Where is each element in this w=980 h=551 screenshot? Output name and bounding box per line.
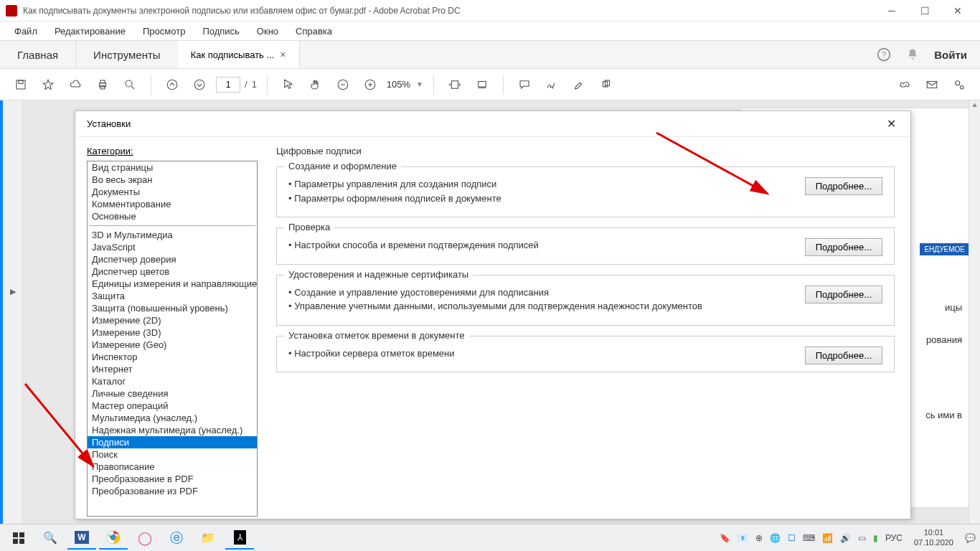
category-item[interactable]: Мультимедиа (унаслед.) <box>88 412 257 424</box>
zoom-out-icon[interactable] <box>332 74 354 95</box>
explorer-icon[interactable]: 📁 <box>194 527 222 550</box>
tray-icon[interactable]: 🌐 <box>770 533 781 543</box>
more-button[interactable]: Подробнее... <box>805 347 882 364</box>
tab-document[interactable]: Как подписывать ... × <box>178 41 300 68</box>
category-item[interactable]: Измерение (2D) <box>88 314 257 326</box>
tray-icon[interactable]: 🔖 <box>720 533 730 543</box>
category-item[interactable]: Интернет <box>88 363 257 375</box>
category-item[interactable]: Комментирование <box>88 198 257 210</box>
notifications-icon[interactable]: 💬 <box>965 533 976 543</box>
category-item[interactable]: Надежная мультимедиа (унаслед.) <box>88 424 257 436</box>
category-item[interactable]: Подписи <box>88 436 257 448</box>
scrollbar[interactable]: ▲ <box>969 100 980 524</box>
tab-close-icon[interactable]: × <box>280 49 286 60</box>
categories-list[interactable]: Вид страницыВо весь экранДокументыКоммен… <box>87 161 258 517</box>
help-icon[interactable]: ? <box>877 47 891 62</box>
fit-width-icon[interactable] <box>444 74 466 95</box>
menu-window[interactable]: Окно <box>250 24 286 38</box>
login-button[interactable]: Войти <box>934 49 967 61</box>
category-item[interactable]: Во весь экран <box>88 174 257 186</box>
minimize-button[interactable]: ─ <box>875 0 908 22</box>
category-item[interactable]: Измерение (3D) <box>88 326 257 339</box>
star-icon[interactable] <box>37 74 59 95</box>
page-down-icon[interactable] <box>189 74 210 95</box>
category-item[interactable]: Диспетчер доверия <box>88 253 257 265</box>
category-item[interactable]: Поиск <box>88 448 257 461</box>
menu-file[interactable]: Файл <box>7 24 44 38</box>
save-icon[interactable] <box>10 74 32 95</box>
stamp-icon[interactable] <box>595 74 617 95</box>
category-item[interactable]: 3D и Мультимедиа <box>88 229 257 241</box>
category-item[interactable]: Инспектор <box>88 351 257 363</box>
tray-icon[interactable]: ☐ <box>788 533 796 543</box>
start-button[interactable] <box>4 527 33 550</box>
maximize-button[interactable]: ☐ <box>908 0 941 22</box>
dialog-close-icon[interactable]: ✕ <box>884 114 899 133</box>
category-item[interactable]: Мастер операций <box>88 400 257 412</box>
category-item[interactable]: Вид страницы <box>88 161 257 174</box>
sign-icon[interactable] <box>541 74 562 95</box>
tray-icon[interactable]: ⊕ <box>755 533 763 543</box>
more-button[interactable]: Подробнее... <box>805 238 882 256</box>
menu-view[interactable]: Просмотр <box>136 24 192 38</box>
system-tray: 🔖 📧 ⊕ 🌐 ☐ ⌨ 📶 🔊 ▭ ▮ РУС 10:01 07.10.2020… <box>720 528 976 547</box>
svg-rect-16 <box>452 80 458 88</box>
category-item[interactable]: Измерение (Geo) <box>88 339 257 351</box>
more-button[interactable]: Подробнее... <box>805 286 882 303</box>
expand-icon[interactable]: ▶ <box>10 287 16 296</box>
clock[interactable]: 10:01 07.10.2020 <box>910 528 958 547</box>
page-up-icon[interactable] <box>161 74 183 95</box>
bell-icon[interactable] <box>905 47 920 62</box>
close-button[interactable]: ✕ <box>941 0 974 22</box>
hand-icon[interactable] <box>305 74 326 95</box>
mail-icon[interactable] <box>921 74 943 95</box>
category-item[interactable]: Преобразование в PDF <box>88 473 257 485</box>
category-item[interactable]: Правописание <box>88 461 257 473</box>
search-taskbar-icon[interactable]: 🔍 <box>36 527 65 550</box>
app-icon-1[interactable]: ◯ <box>131 527 159 550</box>
category-item[interactable]: Диспетчер цветов <box>88 265 257 278</box>
menu-sign[interactable]: Подпись <box>195 24 246 38</box>
menu-help[interactable]: Справка <box>288 24 339 38</box>
category-item[interactable]: JavaScript <box>88 241 257 253</box>
category-item[interactable]: Основные <box>88 210 257 222</box>
category-item[interactable]: Личные сведения <box>88 387 257 400</box>
scroll-up-icon[interactable]: ▲ <box>969 100 980 112</box>
highlight-icon[interactable] <box>568 74 590 95</box>
tray-icon[interactable]: 📧 <box>738 533 748 543</box>
more-button[interactable]: Подробнее... <box>805 177 882 195</box>
category-item[interactable]: Преобразование из PDF <box>88 485 257 497</box>
chrome-icon[interactable] <box>99 527 128 550</box>
tab-home[interactable]: Главная <box>0 41 76 68</box>
category-item[interactable]: Защита <box>88 290 257 302</box>
settings-section: ПроверкаНастройки способа и времени подт… <box>276 227 895 265</box>
ie-icon[interactable]: ⓔ <box>162 527 191 550</box>
fit-page-icon[interactable] <box>471 74 493 95</box>
tab-tools[interactable]: Инструменты <box>76 41 178 68</box>
language-indicator[interactable]: РУС <box>885 533 903 543</box>
page-current-input[interactable] <box>216 77 240 93</box>
volume-icon[interactable]: 🔊 <box>840 533 851 543</box>
bullet-item: Управление учетными данными, используемы… <box>288 299 882 314</box>
category-item[interactable]: Документы <box>88 186 257 198</box>
zoom-in-icon[interactable] <box>359 74 381 95</box>
acrobat-taskbar-icon[interactable]: ⅄ <box>225 527 254 550</box>
category-item[interactable]: Единицы измерения и направляющие <box>88 278 257 290</box>
zoom-select[interactable]: 105% ▼ <box>387 79 423 90</box>
wifi-icon[interactable]: 📶 <box>822 533 833 543</box>
tray-icon[interactable]: ⌨ <box>803 533 815 543</box>
pointer-icon[interactable] <box>278 74 299 95</box>
comment-icon[interactable] <box>514 74 535 95</box>
tray-icon[interactable]: ▭ <box>858 533 866 543</box>
tray-icon[interactable]: ▮ <box>873 533 878 543</box>
menu-edit[interactable]: Редактирование <box>47 24 133 38</box>
print-icon[interactable] <box>92 74 113 95</box>
search-icon[interactable] <box>119 74 141 95</box>
sidebar-collapsed[interactable]: ▶ <box>3 100 23 524</box>
category-item[interactable]: Защита (повышенный уровень) <box>88 302 257 314</box>
word-icon[interactable]: W <box>67 527 96 550</box>
category-item[interactable]: Каталог <box>88 375 257 387</box>
link-icon[interactable] <box>894 74 915 95</box>
share-icon[interactable] <box>948 74 970 95</box>
cloud-icon[interactable] <box>65 74 86 95</box>
